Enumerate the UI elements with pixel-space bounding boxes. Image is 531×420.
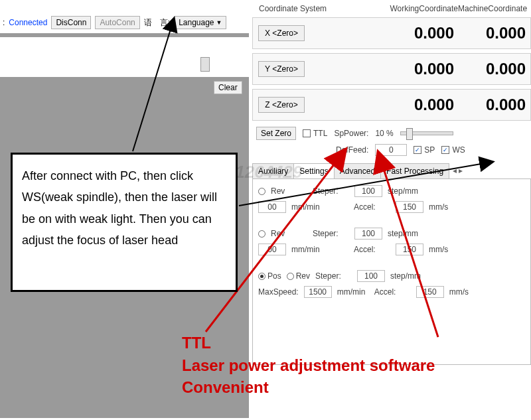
zero-y-button[interactable]: Y <Zero>	[258, 61, 305, 77]
language-dropdown[interactable]: Language ▼	[174, 16, 226, 29]
coord-row-x: X <Zero> 0.000 0.000	[252, 17, 531, 49]
disconnect-button[interactable]: DisConn	[51, 16, 91, 29]
axis-group-1: Rev Steper: 100 step/mm 00 mm/min Accel:…	[258, 226, 525, 257]
language-value: Language	[179, 18, 214, 27]
checkbox-icon: ✓	[414, 146, 421, 154]
z-machine-value: 0.000	[454, 96, 526, 114]
maxspeed-input-z[interactable]: 1500	[304, 286, 332, 298]
header-machine-coord: MachineCoordinate	[458, 4, 521, 13]
steper-input-1[interactable]: 100	[354, 228, 382, 240]
language-label: 语 言:	[144, 17, 170, 29]
accel-input-z[interactable]: 150	[416, 286, 444, 298]
speed-input-1[interactable]: 00	[258, 244, 286, 255]
red-line-2: Laser power adjustment software	[182, 354, 435, 377]
checkbox-icon	[303, 129, 311, 137]
accel-input-0[interactable]: 150	[396, 201, 423, 213]
control-strip: Set Zero TTL SpPower: 10 % DefFeed: 0 ✓ …	[252, 125, 531, 158]
pos-radio-1[interactable]	[258, 230, 266, 238]
set-zero-button[interactable]: Set Zero	[256, 127, 296, 140]
status-label: :	[3, 18, 5, 27]
autoconnect-button[interactable]: AutoConn	[95, 16, 139, 29]
header-working-coord: WorkingCoordinate	[365, 4, 458, 13]
steper-input-z[interactable]: 100	[357, 270, 385, 282]
annotation-callout: After connect with PC, then click WS(wea…	[11, 153, 238, 292]
x-working-value: 0.000	[305, 24, 454, 42]
x-machine-value: 0.000	[454, 24, 526, 42]
checkbox-icon: ✓	[441, 146, 449, 154]
steper-input-0[interactable]: 100	[354, 185, 382, 197]
axis-group-0: Rev Steper: 100 step/mm 00 mm/min Accel:…	[258, 183, 525, 215]
y-working-value: 0.000	[305, 60, 454, 78]
coord-row-z: Z <Zero> 0.000 0.000	[252, 89, 531, 121]
def-feed-input[interactable]: 0	[375, 144, 407, 156]
axis-group-z: Pos Rev Steper: 100 step/mm MaxSpeed: 15…	[258, 268, 525, 300]
speed-input-0[interactable]: 00	[258, 201, 286, 213]
ttl-checkbox[interactable]: TTL	[303, 129, 327, 138]
red-line-3: Convenient	[182, 376, 435, 399]
def-feed-label: DefFeed:	[336, 145, 368, 155]
clear-button[interactable]: Clear	[214, 81, 242, 94]
tab-scroll-arrows[interactable]: ◂ ▸	[449, 163, 467, 178]
status-value: Connected	[9, 18, 47, 27]
chevron-down-icon: ▼	[216, 19, 222, 26]
header-coord-system: Coordinate System	[252, 4, 365, 13]
slider-thumb[interactable]	[406, 128, 413, 140]
red-line-1: TTL	[182, 332, 435, 354]
coord-row-y: Y <Zero> 0.000 0.000	[252, 53, 531, 85]
log-strip	[0, 37, 249, 77]
y-machine-value: 0.000	[454, 60, 526, 78]
pos-radio-z[interactable]: Pos	[258, 271, 281, 281]
sp-power-label: SpPower:	[334, 129, 368, 138]
sp-power-value: 10 %	[375, 129, 393, 138]
connection-toolbar: : Connected DisConn AutoConn 语 言: Langua…	[0, 15, 249, 31]
z-working-value: 0.000	[305, 96, 454, 114]
ws-checkbox[interactable]: ✓ WS	[441, 145, 465, 155]
zero-x-button[interactable]: X <Zero>	[258, 25, 305, 41]
coordinate-panel: Coordinate System WorkingCoordinate Mach…	[252, 0, 531, 365]
tab-fast-processing[interactable]: Fast Processing	[380, 163, 449, 178]
sp-power-slider[interactable]	[400, 131, 453, 135]
pos-radio-0[interactable]	[258, 188, 266, 195]
scrollbar-handle[interactable]	[200, 57, 210, 72]
red-annotation: TTL Laser power adjustment software Conv…	[182, 332, 435, 399]
zero-z-button[interactable]: Z <Zero>	[258, 97, 305, 113]
tab-advanced[interactable]: Advanced	[334, 163, 381, 178]
accel-input-1[interactable]: 150	[396, 244, 423, 255]
rev-radio-z[interactable]: Rev	[287, 271, 310, 281]
coordinate-headers: Coordinate System WorkingCoordinate Mach…	[252, 0, 531, 17]
sp-checkbox[interactable]: ✓ SP	[414, 145, 435, 155]
